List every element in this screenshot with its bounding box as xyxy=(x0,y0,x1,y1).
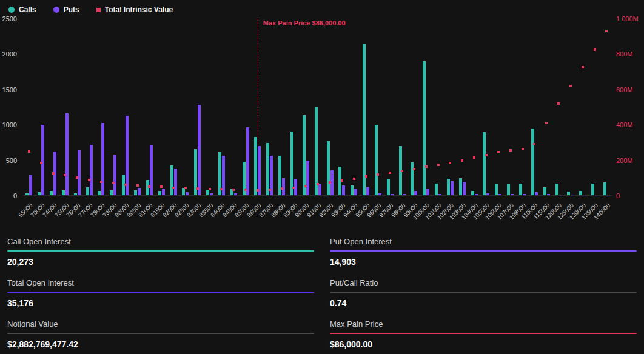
intrinsic-value-dot[interactable] xyxy=(401,170,403,172)
intrinsic-value-dot[interactable] xyxy=(341,179,343,182)
bar-group-104000[interactable] xyxy=(468,19,480,195)
intrinsic-value-dot[interactable] xyxy=(522,148,524,150)
intrinsic-value-dot[interactable] xyxy=(281,187,283,190)
bar-group-94000[interactable] xyxy=(348,19,360,195)
bar-group-140000[interactable] xyxy=(601,19,613,195)
bar-group-100000[interactable] xyxy=(420,19,432,195)
calls-bar[interactable] xyxy=(423,61,426,195)
bar-group-130000[interactable] xyxy=(577,19,589,195)
calls-bar[interactable] xyxy=(471,191,474,195)
calls-bar[interactable] xyxy=(591,184,594,195)
intrinsic-value-dot[interactable] xyxy=(473,156,475,159)
puts-bar[interactable] xyxy=(583,195,586,195)
calls-bar[interactable] xyxy=(170,165,173,195)
bar-group-135000[interactable] xyxy=(589,19,601,195)
bar-group-125000[interactable] xyxy=(565,19,577,195)
intrinsic-value-dot[interactable] xyxy=(353,178,355,180)
bar-group-92000[interactable] xyxy=(324,19,336,195)
calls-bar[interactable] xyxy=(134,190,137,195)
calls-bar[interactable] xyxy=(483,132,486,195)
puts-bar[interactable] xyxy=(403,194,406,195)
intrinsic-value-dot[interactable] xyxy=(232,189,235,191)
calls-bar[interactable] xyxy=(567,192,570,195)
intrinsic-value-dot[interactable] xyxy=(136,184,139,187)
calls-bar[interactable] xyxy=(387,179,390,195)
calls-bar[interactable] xyxy=(507,184,510,195)
calls-bar[interactable] xyxy=(375,125,378,195)
bar-group-99000[interactable] xyxy=(408,19,420,195)
bar-group-103000[interactable] xyxy=(456,19,468,195)
intrinsic-value-dot[interactable] xyxy=(557,102,560,105)
intrinsic-value-dot[interactable] xyxy=(184,187,187,189)
calls-bar[interactable] xyxy=(110,190,113,195)
puts-bar[interactable] xyxy=(571,195,574,195)
puts-bar[interactable] xyxy=(498,194,501,195)
bar-group-84500[interactable] xyxy=(227,19,240,195)
bar-group-105000[interactable] xyxy=(480,19,492,195)
intrinsic-value-dot[interactable] xyxy=(160,185,163,188)
calls-bar[interactable] xyxy=(266,143,269,195)
calls-bar[interactable] xyxy=(579,191,582,195)
calls-bar[interactable] xyxy=(543,187,546,195)
puts-bar[interactable] xyxy=(65,113,69,195)
puts-bar[interactable] xyxy=(547,194,550,195)
calls-bar[interactable] xyxy=(327,141,330,195)
calls-bar[interactable] xyxy=(303,115,306,195)
puts-bar[interactable] xyxy=(354,189,357,196)
intrinsic-value-dot[interactable] xyxy=(449,162,451,164)
bar-group-108000[interactable] xyxy=(517,19,529,195)
puts-bar[interactable] xyxy=(162,189,165,196)
calls-bar[interactable] xyxy=(459,178,462,195)
calls-bar[interactable] xyxy=(351,185,354,195)
bar-group-82500[interactable] xyxy=(179,19,192,195)
calls-bar[interactable] xyxy=(25,193,29,196)
bar-group-115000[interactable] xyxy=(540,19,552,195)
calls-bar[interactable] xyxy=(363,44,366,195)
bar-group-77000[interactable] xyxy=(83,19,95,195)
legend-item-calls[interactable]: Calls xyxy=(8,5,36,14)
intrinsic-value-dot[interactable] xyxy=(317,183,319,185)
puts-bar[interactable] xyxy=(126,116,129,195)
calls-bar[interactable] xyxy=(531,129,534,195)
calls-bar[interactable] xyxy=(182,188,185,195)
puts-bar[interactable] xyxy=(559,195,562,195)
intrinsic-value-dot[interactable] xyxy=(40,162,42,164)
calls-bar[interactable] xyxy=(206,190,209,195)
legend-item-puts[interactable]: Puts xyxy=(53,5,79,14)
puts-bar[interactable] xyxy=(607,195,610,195)
puts-bar[interactable] xyxy=(78,150,81,195)
puts-bar[interactable] xyxy=(198,105,201,196)
intrinsic-value-dot[interactable] xyxy=(124,184,127,186)
puts-bar[interactable] xyxy=(378,193,381,196)
calls-bar[interactable] xyxy=(519,184,522,195)
intrinsic-value-dot[interactable] xyxy=(594,48,596,51)
puts-bar[interactable] xyxy=(282,178,285,195)
puts-bar[interactable] xyxy=(138,188,141,195)
calls-bar[interactable] xyxy=(290,132,293,195)
calls-bar[interactable] xyxy=(98,191,101,195)
calls-bar[interactable] xyxy=(50,191,53,195)
puts-bar[interactable] xyxy=(414,191,417,195)
calls-bar[interactable] xyxy=(555,184,558,195)
intrinsic-value-dot[interactable] xyxy=(172,187,175,189)
bar-group-81000[interactable] xyxy=(143,19,155,195)
bar-group-83000[interactable] xyxy=(192,19,204,195)
bar-group-98000[interactable] xyxy=(396,19,408,195)
intrinsic-value-dot[interactable] xyxy=(304,185,307,187)
intrinsic-value-dot[interactable] xyxy=(100,181,102,183)
puts-bar[interactable] xyxy=(306,161,309,195)
intrinsic-value-dot[interactable] xyxy=(244,189,247,191)
bar-group-110000[interactable] xyxy=(528,19,540,195)
intrinsic-value-dot[interactable] xyxy=(461,159,463,162)
bar-group-83500[interactable] xyxy=(204,19,216,195)
puts-bar[interactable] xyxy=(258,146,261,195)
bar-group-86000[interactable] xyxy=(252,19,264,195)
intrinsic-value-dot[interactable] xyxy=(220,188,223,190)
puts-bar[interactable] xyxy=(426,189,429,196)
bar-group-96000[interactable] xyxy=(372,19,384,195)
intrinsic-value-dot[interactable] xyxy=(88,179,90,181)
puts-bar[interactable] xyxy=(595,195,598,195)
intrinsic-value-dot[interactable] xyxy=(28,150,30,153)
puts-bar[interactable] xyxy=(391,194,394,195)
intrinsic-value-dot[interactable] xyxy=(209,188,211,190)
